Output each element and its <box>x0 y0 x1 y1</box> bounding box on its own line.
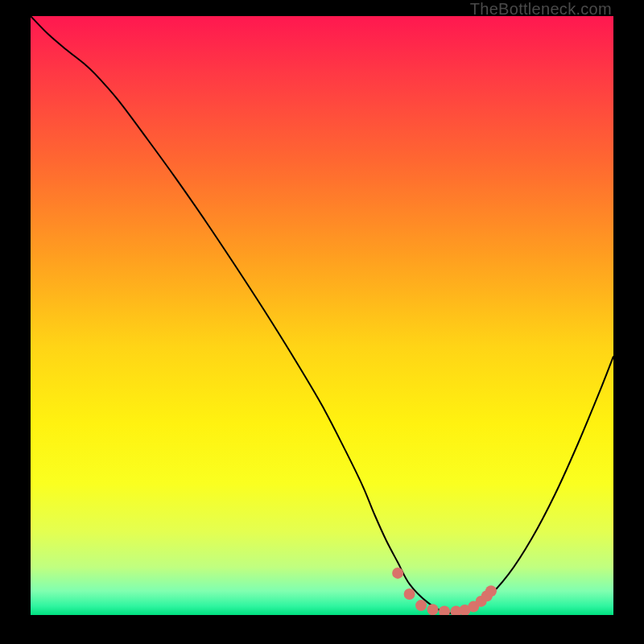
optimal-marker <box>439 606 450 615</box>
optimal-marker <box>392 568 403 579</box>
optimal-marker <box>485 585 497 597</box>
optimal-marker <box>404 588 415 600</box>
optimal-marker <box>415 600 427 611</box>
watermark-text: TheBottleneck.com <box>470 0 612 19</box>
optimal-marker <box>427 604 439 615</box>
plot-area <box>31 16 613 615</box>
optimal-markers <box>31 16 613 615</box>
chart-container: TheBottleneck.com <box>0 0 644 644</box>
